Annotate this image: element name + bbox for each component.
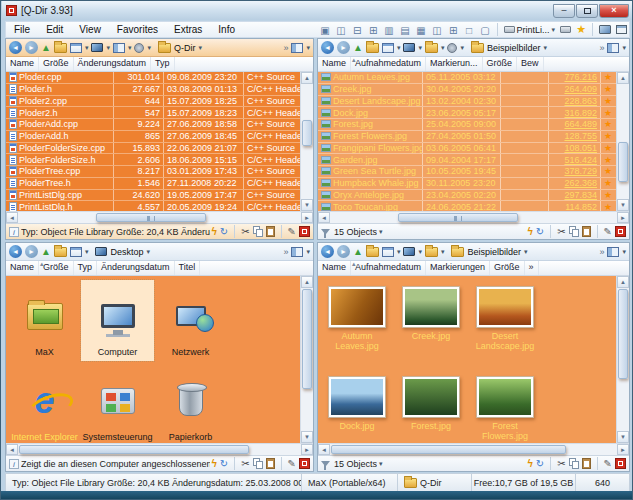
cut-icon[interactable]: ✂ [241,458,249,470]
pane-layout-button[interactable]: ⊞ [446,23,461,37]
up-button[interactable]: ▲ [353,41,363,54]
view-mode-button[interactable] [70,43,82,53]
chevron-down-icon[interactable]: ▾ [397,248,401,256]
scroll-up-button[interactable]: ▲ [617,276,629,288]
cut-icon[interactable]: ✂ [557,458,565,470]
paste-icon[interactable] [582,458,591,469]
chevron-down-icon[interactable]: ▾ [379,228,383,236]
thumbnail-item[interactable]: Forest Flowers.jpg [468,376,542,443]
view-mode-button[interactable] [70,247,82,257]
chevron-down-icon[interactable]: ▾ [418,44,422,52]
pane-layout-button[interactable]: ⊟ [350,23,365,37]
pane-select-button[interactable] [291,43,303,53]
chevron-down-icon[interactable]: ▾ [379,460,383,468]
toolbar-overflow-button[interactable]: » [599,43,604,53]
forward-button[interactable]: ► [337,245,350,258]
toolbar-overflow-button[interactable]: » [599,247,604,257]
up-button[interactable]: ▲ [41,245,51,258]
file-row[interactable]: Creek.jpg 30.04.2005 20:20 264.409 ★ [318,84,616,96]
column-header[interactable]: Name [318,261,351,275]
column-header[interactable]: Markierun... [426,57,483,71]
edit-icon[interactable]: ✎ [604,458,612,470]
file-row[interactable]: PloderFolderSize.h 2.606 18.06.2009 15:1… [6,154,300,166]
quick-action-icon[interactable]: ϟ [528,226,533,238]
folder-icon[interactable] [54,43,67,53]
file-row[interactable]: Ploder2.h 547 15.07.2009 18:23 C/C++ Hea… [6,107,300,119]
quick-action-icon[interactable]: ϟ [212,226,217,238]
scroll-up-button[interactable]: ▲ [301,72,313,84]
folder-icon[interactable] [54,247,67,257]
desktop-view-button[interactable] [91,43,103,52]
horizontal-scrollbar[interactable]: ◄ ► [318,443,629,455]
options-button[interactable] [447,43,457,53]
refresh-icon[interactable]: ↻ [536,226,544,238]
desktop-view-button[interactable] [403,247,415,256]
column-header[interactable]: Bew [517,57,544,71]
file-row[interactable]: PloderAdd.h 865 27.06.2009 18:45 C/C++ H… [6,131,300,143]
back-button[interactable]: ◄ [321,245,334,258]
file-row[interactable]: Autumn Leaves.jpg 05.11.2005 03:12 776.2… [318,72,616,84]
file-row[interactable]: Garden.jpg 09.04.2004 17:17 516.424 ★ [318,154,616,166]
file-row[interactable]: Frangipani Flowers.jpg 03.06.2005 06:41 … [318,143,616,155]
pane-layout-button[interactable]: ▥ [382,23,397,37]
horizontal-scrollbar[interactable]: ◄ ► [318,211,629,223]
desktop-item[interactable]: Systemsteuerung [81,365,154,443]
copy-icon[interactable] [253,458,263,469]
window-tool-button[interactable] [614,22,629,37]
file-row[interactable]: PloderTree.cpp 8.217 03.01.2009 17:43 C+… [6,166,300,178]
file-row[interactable]: Ploder2.cpp 644 15.07.2009 18:25 C++ Sou… [6,96,300,108]
file-row[interactable]: PrintListDlg.h 4.557 20.05.2009 19:24 C/… [6,201,300,211]
options-button[interactable] [134,43,144,53]
scrollbar-thumb[interactable] [302,289,312,389]
scrollbar-thumb[interactable] [331,445,566,454]
scroll-down-button[interactable]: ▼ [617,199,629,211]
file-row[interactable]: Ploder.h 27.667 03.08.2009 01:13 C/C++ H… [6,84,300,96]
scroll-left-button[interactable]: ◄ [6,444,18,455]
horizontal-splitter[interactable] [5,240,630,242]
pane-layout-button[interactable]: ◫ [334,23,349,37]
chevron-down-icon[interactable]: ▾ [622,248,626,256]
scrollbar-thumb[interactable] [618,142,628,182]
view-mode-button[interactable] [382,247,394,257]
scrollbar-thumb[interactable] [618,289,628,379]
menu-item[interactable]: File [6,23,38,36]
scrollbar-thumb[interactable] [302,120,312,146]
back-button[interactable]: ◄ [9,245,22,258]
scroll-right-button[interactable]: ► [301,212,313,223]
column-header[interactable]: » [525,261,539,275]
file-row[interactable]: Oryx Antelope.jpg 23.04.2005 02:20 297.8… [318,190,616,202]
scroll-down-button[interactable]: ▼ [617,431,629,443]
scroll-down-button[interactable]: ▼ [301,431,313,443]
desktop-item[interactable]: Netzwerk [154,280,227,361]
chevron-down-icon[interactable]: ▾ [418,248,422,256]
chevron-down-icon[interactable]: ▾ [147,44,151,52]
cut-icon[interactable]: ✂ [241,226,249,238]
scroll-right-button[interactable]: ► [617,444,629,455]
pane-layout-button[interactable]: ▦ [414,23,429,37]
desktop-item[interactable]: e Internet Explorer [8,365,81,443]
maximize-button[interactable] [576,4,598,18]
column-header[interactable]: Name [6,261,39,275]
forward-button[interactable]: ► [337,41,350,54]
file-row[interactable]: PloderAdd.cpp 9.224 27.06.2009 18:58 C++… [6,119,300,131]
menu-item[interactable]: Favorites [109,23,166,36]
paste-icon[interactable] [266,458,275,469]
vertical-scrollbar[interactable]: ▲ ▼ [616,276,629,443]
chevron-down-icon[interactable]: ▾ [441,44,445,52]
file-row[interactable]: PloderTree.h 1.546 27.11.2008 20:22 C/C+… [6,178,300,190]
pane-layout-button[interactable]: ▣ [318,23,333,37]
menu-item[interactable]: Info [210,23,243,36]
scrollbar-thumb[interactable] [19,445,249,454]
chevron-down-icon[interactable]: ▾ [106,44,110,52]
column-header[interactable]: Größe [490,261,525,275]
file-row[interactable]: Toco Toucan.jpg 24.06.2005 21:22 114.852… [318,201,616,211]
address-path[interactable]: Beispielbilder ▾ [467,43,551,53]
edit-icon[interactable]: ✎ [288,226,296,238]
pane-layout-button[interactable]: □ [462,23,477,37]
chevron-down-icon[interactable]: ▾ [128,44,132,52]
folder-menu-button[interactable] [425,43,438,53]
vertical-scrollbar[interactable]: ▲ ▼ [300,276,313,443]
chevron-down-icon[interactable]: ▾ [306,44,310,52]
view-mode-button[interactable] [382,43,394,53]
scroll-up-button[interactable]: ▲ [301,276,313,288]
